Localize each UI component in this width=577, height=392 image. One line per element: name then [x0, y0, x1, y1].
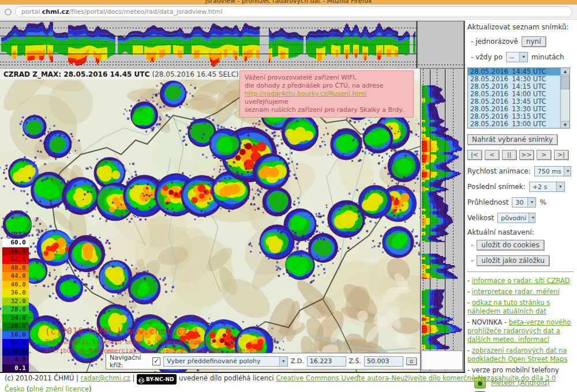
map-title-main: CZRAD Z_MAX: 28.05.2016 14.45 UTC — [3, 70, 152, 78]
scroll-down-icon[interactable]: ▼ — [561, 121, 569, 128]
legend-row: 32.0 — [2, 297, 29, 306]
legend-row: 48.0 — [2, 264, 29, 273]
longitude-label: Z.D. — [291, 357, 304, 365]
animation-nav-button[interactable]: >> — [519, 150, 534, 160]
size-label: Velikost — [467, 214, 494, 222]
nav-cross-checkbox[interactable]: ✓ — [152, 357, 160, 365]
notice-line4: seznam rušících zařízení pro radary Skal… — [245, 106, 409, 114]
sidebar-text: - verze pro mobilní telefony — [467, 366, 559, 374]
chevron-down-icon: ▾ — [564, 167, 571, 176]
footer-text2: uvedené dílo podléhá licenci — [177, 374, 276, 382]
nav-cross-label: Navigační kříž: — [110, 354, 149, 369]
latitude-input[interactable]: 50.003 — [364, 356, 403, 367]
animation-nav-button[interactable]: >| — [554, 150, 568, 160]
panel-bottom-border — [0, 372, 465, 373]
wifi-notice: Vážení provozovatelé zařízení WIFI, dle … — [239, 70, 414, 118]
ruseni-link[interactable]: http://radar4ctu.bourky.cz/Ruseni.html — [245, 90, 366, 97]
sidebar-link[interactable]: odkaz na tuto stránku s náhledem atuální… — [467, 299, 550, 315]
preset-position-select[interactable]: Vyber předdefinované polohy ▾ — [163, 356, 287, 367]
link-prefix: - — [467, 277, 472, 285]
scrollbar-thumb[interactable] — [561, 76, 569, 89]
interval-select[interactable]: -- ▾ — [506, 52, 528, 62]
sidebar-link[interactable]: interpretace radar. měření — [472, 288, 560, 296]
animation-nav-button[interactable]: || — [502, 150, 516, 160]
browser-urlbar: portal.chmi.cz/files/portal/docs/meteo/r… — [0, 5, 577, 20]
sidebar-link-row: - NOVINKA - beta-verze nového prohlížeče… — [467, 318, 577, 344]
footer-copyright: (c) 2010-2011 ČHMÚ | — [5, 374, 81, 382]
notice-line2: dle dohody z přednášek pro ČTÚ, na adres… — [245, 82, 409, 90]
animation-nav-button[interactable]: < — [485, 150, 499, 160]
opacity-select[interactable]: 30 ▾ — [512, 197, 536, 208]
legend-row: 8.0 — [2, 348, 29, 356]
last-frame-select[interactable]: +2 s ▾ — [529, 182, 565, 192]
legend-row: 0.1 — [2, 364, 29, 373]
update-now-button[interactable]: nyní — [522, 36, 546, 47]
chevron-down-icon: ▾ — [556, 182, 564, 191]
animation-nav-button[interactable]: |< — [467, 150, 482, 160]
scroll-up-icon[interactable]: ▲ — [561, 68, 569, 75]
dash: - — [471, 241, 473, 249]
link-prefix: - — [467, 346, 472, 355]
update-heading: Aktualizovat seznam snímků: — [467, 23, 577, 31]
site-info-icon[interactable] — [5, 9, 12, 16]
footer-text4: ) — [89, 385, 92, 392]
sidebar: Aktualizovat seznam snímků: - jednorázov… — [467, 23, 577, 392]
animation-nav-button[interactable]: > — [537, 150, 551, 160]
speed-select[interactable]: 750 ms ▾ — [534, 166, 571, 176]
save-bookmark-button[interactable]: uložit jako záložku — [477, 255, 549, 266]
sidebar-divider — [467, 272, 574, 272]
legend-row: 56.0 — [2, 247, 29, 256]
map-bottom-bar: Navigační kříž: ✓ Vyber předdefinované p… — [106, 353, 420, 370]
speed-label: Rychlost animace: — [467, 167, 531, 175]
notice-line1: Vážení provozovatelé zařízení WIFI, — [245, 74, 409, 82]
legend-row: 52.0 — [2, 255, 29, 264]
legend-row: 20.0 — [2, 322, 29, 331]
footer-text3: ( — [24, 385, 29, 392]
chevron-down-icon: ▾ — [279, 357, 287, 366]
email-link[interactable]: radar@chmi.cz — [81, 374, 130, 382]
sidebar-link[interactable]: zobrazení radarových dat na podkladech O… — [467, 346, 567, 363]
chevron-down-icon: ▾ — [529, 213, 535, 223]
legend-row: 12.0 — [2, 339, 29, 348]
locate-button[interactable]: o — [406, 357, 417, 365]
radar-map[interactable] — [0, 80, 420, 372]
size-select[interactable]: původní ▾ — [497, 213, 535, 223]
cc-badge: ccBY-NC-ND — [137, 374, 177, 385]
chevron-down-icon: ▾ — [527, 198, 535, 207]
animation-nav-buttons: |<<||>>>>| — [467, 150, 577, 160]
legend-row: 44.0 — [2, 272, 29, 281]
cc-badge-label: BY-NC-ND — [146, 376, 174, 382]
time-series-strip — [0, 21, 465, 68]
last-frame-value: +2 s — [533, 183, 547, 191]
opacity-suffix: % — [539, 198, 546, 206]
link-prefix: - — [467, 299, 472, 307]
legend-row: 28.0 — [2, 306, 29, 314]
sidebar-link-row: - interpretace radar. měření — [467, 288, 577, 296]
sidebar-link[interactable]: informace o radar. síti CZRAD — [472, 277, 570, 285]
load-selected-button[interactable]: Nahrát vybrané snímky — [467, 134, 557, 145]
legend-row: 16.0 — [2, 331, 29, 340]
notice-line3: http://radar4ctu.bourky.cz/Ruseni.html u… — [245, 90, 409, 106]
save-cookies-button[interactable]: uložit do cookies — [477, 240, 544, 250]
opacity-value: 30 — [515, 199, 523, 206]
footer: (c) 2010-2011 ČHMÚ | radar@chmi.cz | ccB… — [5, 374, 574, 392]
footer-sep: | — [130, 374, 137, 382]
address-bar[interactable]: portal.chmi.cz/files/portal/docs/meteo/r… — [15, 6, 572, 17]
speed-value: 750 ms — [538, 168, 561, 175]
interval-suffix: minutách — [531, 53, 564, 61]
height-profile-strip — [420, 68, 465, 372]
url-domain: chmi.cz — [42, 8, 69, 16]
snapshot-list-item[interactable]: 28.05.201613:00 UTC — [468, 120, 561, 128]
longitude-input[interactable]: 16.223 — [307, 356, 346, 367]
sidebar-link-row: - informace o radar. síti CZRAD — [467, 277, 577, 285]
dbz-legend-title: [dBZ] — [2, 231, 29, 239]
full-license-link[interactable]: plné znění licence — [29, 385, 89, 392]
listbox-scrollbar[interactable]: ▲ ▼ — [560, 68, 569, 128]
preset-position-value: Vyber předdefinované polohy — [167, 357, 260, 365]
opacity-label: Průhlednost — [467, 198, 508, 206]
dash: - — [471, 257, 473, 265]
snapshot-listbox[interactable]: 28.05.201614:45 UTC28.05.201614:30 UTC28… — [467, 67, 570, 129]
url-prefix: portal. — [21, 8, 42, 16]
map-title-selc: (28.05.2016 16.45 SELC) — [152, 70, 238, 78]
latitude-label: Z.Š. — [349, 357, 362, 365]
